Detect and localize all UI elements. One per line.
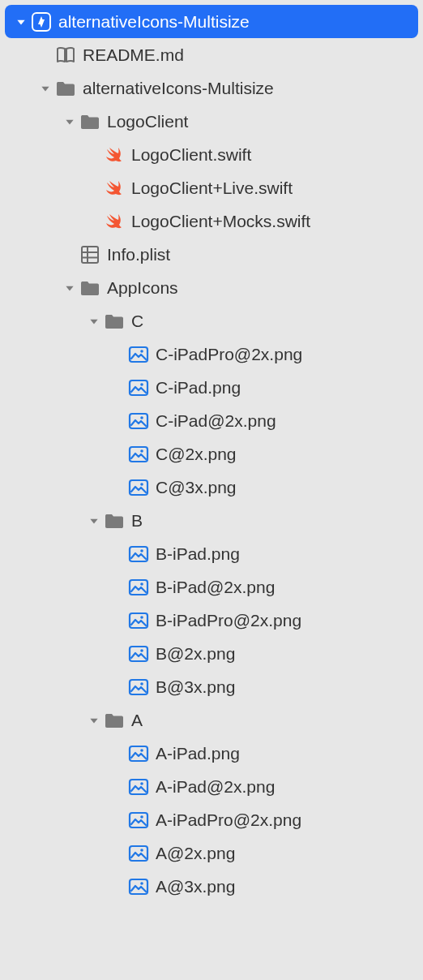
tree-item-label: Info.plist	[107, 244, 170, 264]
svg-rect-31	[130, 846, 147, 861]
tree-item-label: A	[131, 710, 143, 730]
plist-icon	[78, 245, 102, 264]
svg-point-8	[140, 383, 143, 386]
tree-item-label: C	[131, 311, 143, 331]
chevron-down-icon[interactable]	[86, 715, 102, 726]
readme-icon	[53, 46, 78, 64]
file-tree: alternativeIcons-Multisize README.md alt…	[5, 5, 418, 903]
tree-row[interactable]: C@2x.png	[5, 437, 418, 471]
folder-icon	[53, 80, 78, 97]
tree-item-label: C@2x.png	[156, 444, 237, 464]
tree-row[interactable]: A-iPadPro@2x.png	[5, 803, 418, 836]
tree-item-label: A-iPad@2x.png	[156, 776, 275, 797]
project-icon	[29, 11, 53, 32]
image-icon	[126, 379, 151, 397]
image-icon	[126, 479, 151, 496]
svg-point-14	[140, 483, 143, 486]
svg-point-16	[140, 549, 143, 552]
image-icon	[126, 578, 151, 596]
tree-row[interactable]: A@2x.png	[5, 836, 418, 870]
svg-rect-17	[130, 580, 147, 595]
svg-rect-29	[130, 813, 147, 827]
tree-row[interactable]: alternativeIcons-Multisize	[5, 71, 418, 105]
svg-point-32	[140, 849, 143, 852]
tree-row[interactable]: C-iPad.png	[5, 371, 418, 404]
tree-row[interactable]: C-iPadPro@2x.png	[5, 337, 418, 371]
tree-item-label: B-iPad.png	[156, 544, 240, 564]
svg-rect-19	[130, 613, 147, 628]
folder-icon	[102, 512, 126, 530]
svg-rect-23	[130, 680, 147, 694]
tree-row[interactable]: B-iPad.png	[5, 537, 418, 570]
image-icon	[126, 745, 151, 763]
image-icon	[126, 445, 151, 463]
image-icon	[126, 878, 151, 896]
tree-row[interactable]: A	[5, 703, 418, 737]
svg-rect-27	[130, 780, 147, 794]
chevron-down-icon[interactable]	[13, 16, 29, 28]
image-icon	[126, 845, 151, 862]
tree-item-label: A-iPad.png	[156, 743, 240, 763]
image-icon	[126, 346, 151, 363]
tree-item-label: A@2x.png	[156, 843, 235, 863]
svg-point-12	[140, 449, 143, 453]
tree-row[interactable]: README.md	[5, 38, 418, 71]
swift-icon	[102, 211, 126, 232]
tree-item-label: alternativeIcons-Multisize	[83, 78, 274, 98]
tree-row[interactable]: alternativeIcons-Multisize	[5, 5, 418, 38]
svg-point-6	[140, 350, 143, 353]
tree-row[interactable]: C	[5, 304, 418, 337]
chevron-down-icon[interactable]	[62, 282, 78, 294]
tree-item-label: A-iPadPro@2x.png	[156, 810, 301, 830]
chevron-down-icon[interactable]	[37, 83, 53, 94]
tree-row[interactable]: B@2x.png	[5, 637, 418, 670]
tree-row[interactable]: LogoClient+Mocks.swift	[5, 204, 418, 238]
svg-rect-9	[130, 414, 147, 428]
tree-row[interactable]: Info.plist	[5, 238, 418, 271]
tree-row[interactable]: A-iPad@2x.png	[5, 770, 418, 803]
tree-row[interactable]: B	[5, 504, 418, 537]
svg-rect-5	[130, 347, 147, 362]
svg-point-22	[140, 649, 143, 652]
tree-item-label: LogoClient	[107, 111, 188, 131]
svg-point-20	[140, 616, 143, 619]
folder-icon	[78, 279, 102, 297]
svg-rect-25	[130, 746, 147, 761]
svg-rect-13	[130, 480, 147, 495]
tree-row[interactable]: AppIcons	[5, 271, 418, 304]
svg-point-24	[140, 682, 143, 686]
svg-point-34	[140, 882, 143, 885]
tree-item-label: C-iPadPro@2x.png	[156, 344, 302, 364]
tree-item-label: LogoClient.swift	[131, 144, 251, 165]
tree-row[interactable]: A-iPad.png	[5, 737, 418, 770]
svg-point-26	[140, 749, 143, 752]
tree-item-label: B-iPadPro@2x.png	[156, 610, 301, 630]
folder-icon	[78, 113, 102, 131]
chevron-down-icon[interactable]	[86, 316, 102, 327]
tree-item-label: B	[131, 510, 143, 531]
svg-point-10	[140, 416, 143, 419]
tree-row[interactable]: A@3x.png	[5, 870, 418, 903]
image-icon	[126, 811, 151, 829]
tree-item-label: README.md	[83, 45, 184, 65]
tree-row[interactable]: LogoClient	[5, 105, 418, 138]
tree-row[interactable]: B-iPad@2x.png	[5, 570, 418, 604]
tree-row[interactable]: B-iPadPro@2x.png	[5, 604, 418, 637]
tree-row[interactable]: LogoClient+Live.swift	[5, 171, 418, 204]
svg-rect-33	[130, 879, 147, 894]
tree-row[interactable]: LogoClient.swift	[5, 138, 418, 171]
tree-item-label: C-iPad@2x.png	[156, 410, 276, 431]
tree-row[interactable]: C@3x.png	[5, 471, 418, 504]
image-icon	[126, 678, 151, 696]
image-icon	[126, 545, 151, 563]
chevron-down-icon[interactable]	[62, 116, 78, 127]
tree-item-label: B@2x.png	[156, 643, 235, 664]
tree-row[interactable]: B@3x.png	[5, 670, 418, 703]
chevron-down-icon[interactable]	[86, 515, 102, 527]
tree-item-label: LogoClient+Mocks.swift	[131, 211, 310, 231]
tree-row[interactable]: C-iPad@2x.png	[5, 404, 418, 437]
tree-item-label: LogoClient+Live.swift	[131, 178, 293, 198]
folder-icon	[102, 711, 126, 729]
tree-item-label: alternativeIcons-Multisize	[58, 11, 250, 32]
tree-item-label: B-iPad@2x.png	[156, 577, 275, 597]
